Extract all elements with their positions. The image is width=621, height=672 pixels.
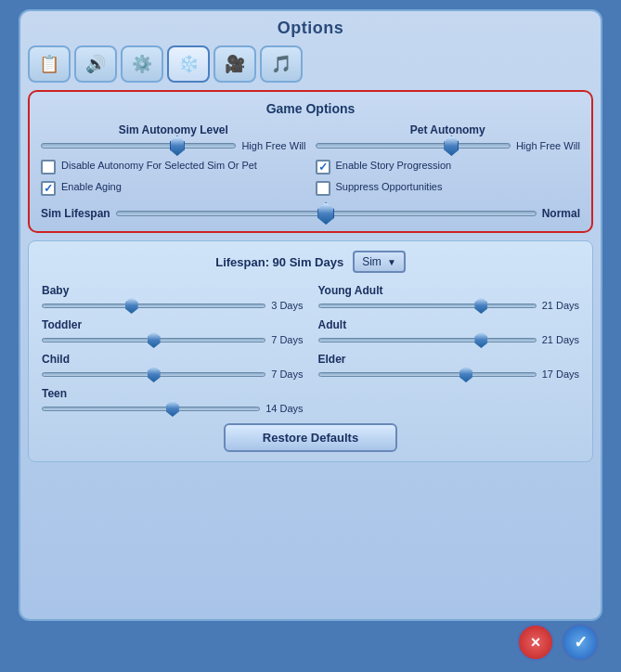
tab-music[interactable]: 🎵 (260, 45, 303, 83)
confirm-icon: ✓ (574, 632, 588, 653)
adult-row: 21 Days (318, 334, 580, 345)
story-progression-checkbox[interactable] (316, 160, 330, 174)
bottom-buttons: × ✓ (517, 624, 599, 661)
youngadult-thumb[interactable] (474, 297, 487, 314)
lifespan-item-child: Child 7 Days (42, 353, 304, 380)
lifespan-item-baby: Baby 3 Days (42, 284, 304, 311)
sim-autonomy-label: Sim Autonomy Level (41, 123, 306, 136)
pet-autonomy-value: High Free Will (516, 140, 580, 151)
suppress-opportunities-row: Suppress Opportunities (316, 180, 581, 196)
baby-thumb[interactable] (125, 297, 138, 314)
lifespan-item-elder: Elder 17 Days (318, 353, 580, 380)
lifespan-item-youngadult: Young Adult 21 Days (318, 284, 580, 311)
sim-lifespan-value: Normal (542, 207, 580, 220)
youngadult-value: 21 Days (542, 300, 579, 311)
enable-aging-row: Enable Aging (41, 180, 306, 196)
music-icon: 🎵 (271, 54, 291, 74)
audio-icon: 🔊 (85, 54, 106, 74)
child-row: 7 Days (42, 368, 304, 380)
toddler-thumb[interactable] (148, 331, 161, 348)
tab-camera[interactable]: 🎥 (213, 45, 256, 83)
adult-thumb[interactable] (474, 331, 487, 348)
youngadult-row: 21 Days (318, 300, 580, 311)
panel-title: Options (28, 19, 593, 38)
enable-aging-label: Enable Aging (61, 180, 122, 193)
sim-autonomy-thumb[interactable] (170, 136, 185, 156)
enable-aging-checkbox[interactable] (41, 181, 56, 196)
toddler-row: 7 Days (42, 334, 304, 345)
elder-value: 17 Days (542, 368, 579, 380)
child-value: 7 Days (271, 368, 303, 380)
game-options-title: Game Options (41, 101, 580, 116)
sim-autonomy-track[interactable] (41, 143, 236, 149)
elder-track[interactable] (318, 372, 537, 377)
lifespan-item-toddler: Toddler 7 Days (42, 318, 304, 345)
dropdown-value: Sim (362, 255, 382, 268)
sim-lifespan-row: Sim Lifespan Normal (41, 207, 580, 220)
snowflake-icon: ❄️ (178, 54, 199, 74)
tab-audio[interactable]: 🔊 (74, 45, 117, 83)
suppress-opportunities-label: Suppress Opportunities (336, 180, 443, 193)
tab-bar: 📋 🔊 ⚙️ ❄️ 🎥 🎵 (28, 45, 593, 83)
teen-thumb[interactable] (166, 400, 179, 417)
elder-thumb[interactable] (459, 366, 472, 382)
sim-lifespan-thumb[interactable] (317, 202, 334, 225)
pet-autonomy-label: Pet Autonomy (316, 123, 581, 136)
tab-gameplay[interactable]: 📋 (28, 45, 71, 83)
right-checkboxes: Enable Story Progression Suppress Opport… (316, 159, 581, 201)
adult-label: Adult (318, 318, 580, 331)
adult-value: 21 Days (542, 334, 579, 345)
lifespan-grid: Baby 3 Days Young Adult 21 Days (42, 284, 579, 414)
lifespan-item-teen: Teen 14 Days (42, 387, 304, 414)
sim-autonomy-slider-row: High Free Will (41, 140, 306, 151)
gameplay-icon: 📋 (39, 54, 59, 74)
story-progression-row: Enable Story Progression (316, 159, 581, 174)
elder-label: Elder (318, 353, 580, 366)
disable-autonomy-label: Disable Autonomy For Selected Sim Or Pet (61, 159, 257, 172)
child-thumb[interactable] (148, 366, 161, 382)
child-track[interactable] (42, 372, 265, 377)
main-panel: Options 📋 🔊 ⚙️ ❄️ 🎥 🎵 Game Options Sim A… (19, 9, 602, 621)
restore-defaults-button[interactable]: Restore Defaults (224, 423, 397, 452)
disable-autonomy-checkbox[interactable] (41, 160, 56, 174)
restore-btn-row: Restore Defaults (42, 423, 579, 452)
camera-icon: 🎥 (225, 54, 245, 74)
cancel-icon: × (531, 633, 541, 653)
lifespan-item-adult: Adult 21 Days (318, 318, 580, 345)
tab-snowflake[interactable]: ❄️ (167, 45, 210, 83)
toddler-label: Toddler (42, 318, 304, 331)
pet-autonomy-thumb[interactable] (444, 136, 459, 156)
lifespan-dropdown[interactable]: Sim ▼ (353, 251, 406, 273)
sim-lifespan-label: Sim Lifespan (41, 207, 110, 220)
baby-track[interactable] (42, 304, 265, 308)
tab-graphics[interactable]: ⚙️ (121, 45, 163, 83)
baby-row: 3 Days (42, 300, 304, 311)
adult-track[interactable] (318, 338, 537, 342)
teen-track[interactable] (42, 407, 260, 411)
suppress-opportunities-checkbox[interactable] (316, 181, 330, 196)
baby-value: 3 Days (271, 300, 303, 311)
lifespan-section: Lifespan: 90 Sim Days Sim ▼ Baby 3 Days … (28, 240, 593, 462)
confirm-button[interactable]: ✓ (562, 624, 599, 661)
elder-row: 17 Days (318, 368, 580, 380)
sim-autonomy-value: High Free Will (241, 140, 305, 151)
checkboxes-row: Disable Autonomy For Selected Sim Or Pet… (41, 159, 580, 201)
graphics-icon: ⚙️ (132, 54, 152, 74)
pet-autonomy-col: Pet Autonomy High Free Will (316, 123, 581, 159)
pet-autonomy-track[interactable] (316, 143, 511, 149)
toddler-track[interactable] (42, 338, 265, 342)
story-progression-label: Enable Story Progression (336, 159, 452, 172)
teen-label: Teen (42, 387, 304, 400)
sim-lifespan-track[interactable] (116, 211, 537, 216)
teen-value: 14 Days (265, 403, 303, 414)
game-options-box: Game Options Sim Autonomy Level High Fre… (28, 90, 593, 233)
cancel-button[interactable]: × (517, 624, 554, 661)
sim-autonomy-col: Sim Autonomy Level High Free Will (41, 123, 306, 159)
baby-label: Baby (42, 284, 304, 297)
teen-row: 14 Days (42, 403, 304, 414)
youngadult-track[interactable] (318, 304, 537, 308)
left-checkboxes: Disable Autonomy For Selected Sim Or Pet… (41, 159, 306, 201)
child-label: Child (42, 353, 304, 366)
disable-autonomy-row: Disable Autonomy For Selected Sim Or Pet (41, 159, 306, 174)
pet-autonomy-slider-row: High Free Will (316, 140, 581, 151)
